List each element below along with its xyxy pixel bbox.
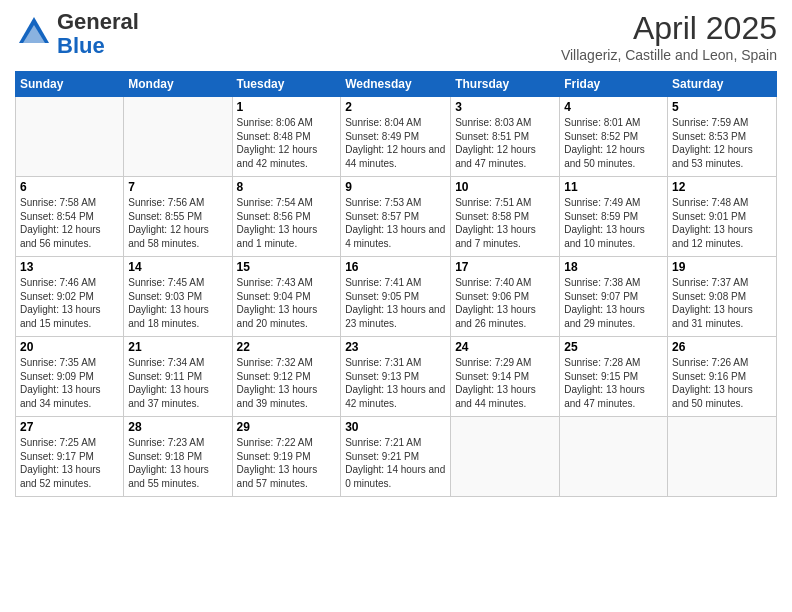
calendar-day-cell: 27Sunrise: 7:25 AM Sunset: 9:17 PM Dayli… <box>16 417 124 497</box>
day-number: 4 <box>564 100 663 114</box>
day-info: Sunrise: 7:35 AM Sunset: 9:09 PM Dayligh… <box>20 356 119 410</box>
calendar-week-row: 13Sunrise: 7:46 AM Sunset: 9:02 PM Dayli… <box>16 257 777 337</box>
day-number: 29 <box>237 420 337 434</box>
calendar-day-cell: 6Sunrise: 7:58 AM Sunset: 8:54 PM Daylig… <box>16 177 124 257</box>
day-of-week-header: Wednesday <box>341 72 451 97</box>
day-number: 13 <box>20 260 119 274</box>
calendar-header-row: SundayMondayTuesdayWednesdayThursdayFrid… <box>16 72 777 97</box>
logo-general-text: General <box>57 9 139 34</box>
day-info: Sunrise: 8:03 AM Sunset: 8:51 PM Dayligh… <box>455 116 555 170</box>
day-info: Sunrise: 7:21 AM Sunset: 9:21 PM Dayligh… <box>345 436 446 490</box>
day-info: Sunrise: 8:06 AM Sunset: 8:48 PM Dayligh… <box>237 116 337 170</box>
day-of-week-header: Saturday <box>668 72 777 97</box>
day-info: Sunrise: 7:23 AM Sunset: 9:18 PM Dayligh… <box>128 436 227 490</box>
day-info: Sunrise: 7:51 AM Sunset: 8:58 PM Dayligh… <box>455 196 555 250</box>
day-number: 19 <box>672 260 772 274</box>
logo-blue-text: Blue <box>57 33 105 58</box>
day-info: Sunrise: 7:43 AM Sunset: 9:04 PM Dayligh… <box>237 276 337 330</box>
day-number: 22 <box>237 340 337 354</box>
calendar-week-row: 1Sunrise: 8:06 AM Sunset: 8:48 PM Daylig… <box>16 97 777 177</box>
day-info: Sunrise: 7:34 AM Sunset: 9:11 PM Dayligh… <box>128 356 227 410</box>
calendar-day-cell: 23Sunrise: 7:31 AM Sunset: 9:13 PM Dayli… <box>341 337 451 417</box>
header: General Blue April 2025 Villageriz, Cast… <box>15 10 777 63</box>
calendar-day-cell: 1Sunrise: 8:06 AM Sunset: 8:48 PM Daylig… <box>232 97 341 177</box>
day-number: 28 <box>128 420 227 434</box>
day-info: Sunrise: 8:01 AM Sunset: 8:52 PM Dayligh… <box>564 116 663 170</box>
day-number: 10 <box>455 180 555 194</box>
calendar-day-cell: 10Sunrise: 7:51 AM Sunset: 8:58 PM Dayli… <box>451 177 560 257</box>
day-number: 7 <box>128 180 227 194</box>
day-info: Sunrise: 7:46 AM Sunset: 9:02 PM Dayligh… <box>20 276 119 330</box>
day-info: Sunrise: 7:31 AM Sunset: 9:13 PM Dayligh… <box>345 356 446 410</box>
day-of-week-header: Monday <box>124 72 232 97</box>
day-number: 27 <box>20 420 119 434</box>
day-info: Sunrise: 7:59 AM Sunset: 8:53 PM Dayligh… <box>672 116 772 170</box>
day-number: 21 <box>128 340 227 354</box>
day-number: 11 <box>564 180 663 194</box>
calendar-day-cell: 16Sunrise: 7:41 AM Sunset: 9:05 PM Dayli… <box>341 257 451 337</box>
day-number: 3 <box>455 100 555 114</box>
day-number: 1 <box>237 100 337 114</box>
day-info: Sunrise: 7:53 AM Sunset: 8:57 PM Dayligh… <box>345 196 446 250</box>
calendar-day-cell: 18Sunrise: 7:38 AM Sunset: 9:07 PM Dayli… <box>560 257 668 337</box>
calendar-day-cell: 21Sunrise: 7:34 AM Sunset: 9:11 PM Dayli… <box>124 337 232 417</box>
day-number: 9 <box>345 180 446 194</box>
day-number: 26 <box>672 340 772 354</box>
day-info: Sunrise: 7:37 AM Sunset: 9:08 PM Dayligh… <box>672 276 772 330</box>
day-number: 23 <box>345 340 446 354</box>
day-number: 15 <box>237 260 337 274</box>
calendar-day-cell <box>16 97 124 177</box>
calendar-day-cell: 13Sunrise: 7:46 AM Sunset: 9:02 PM Dayli… <box>16 257 124 337</box>
day-number: 25 <box>564 340 663 354</box>
day-info: Sunrise: 7:48 AM Sunset: 9:01 PM Dayligh… <box>672 196 772 250</box>
title-block: April 2025 Villageriz, Castille and Leon… <box>561 10 777 63</box>
day-number: 14 <box>128 260 227 274</box>
day-info: Sunrise: 7:40 AM Sunset: 9:06 PM Dayligh… <box>455 276 555 330</box>
calendar-day-cell: 29Sunrise: 7:22 AM Sunset: 9:19 PM Dayli… <box>232 417 341 497</box>
calendar-day-cell <box>560 417 668 497</box>
calendar-week-row: 6Sunrise: 7:58 AM Sunset: 8:54 PM Daylig… <box>16 177 777 257</box>
calendar-day-cell: 19Sunrise: 7:37 AM Sunset: 9:08 PM Dayli… <box>668 257 777 337</box>
page: General Blue April 2025 Villageriz, Cast… <box>0 0 792 612</box>
logo-icon <box>15 13 53 51</box>
calendar-day-cell: 28Sunrise: 7:23 AM Sunset: 9:18 PM Dayli… <box>124 417 232 497</box>
day-info: Sunrise: 7:29 AM Sunset: 9:14 PM Dayligh… <box>455 356 555 410</box>
calendar-week-row: 20Sunrise: 7:35 AM Sunset: 9:09 PM Dayli… <box>16 337 777 417</box>
day-number: 12 <box>672 180 772 194</box>
day-info: Sunrise: 7:22 AM Sunset: 9:19 PM Dayligh… <box>237 436 337 490</box>
calendar-day-cell: 3Sunrise: 8:03 AM Sunset: 8:51 PM Daylig… <box>451 97 560 177</box>
day-number: 18 <box>564 260 663 274</box>
calendar-day-cell: 8Sunrise: 7:54 AM Sunset: 8:56 PM Daylig… <box>232 177 341 257</box>
day-info: Sunrise: 7:28 AM Sunset: 9:15 PM Dayligh… <box>564 356 663 410</box>
day-info: Sunrise: 7:26 AM Sunset: 9:16 PM Dayligh… <box>672 356 772 410</box>
calendar-table: SundayMondayTuesdayWednesdayThursdayFrid… <box>15 71 777 497</box>
calendar-week-row: 27Sunrise: 7:25 AM Sunset: 9:17 PM Dayli… <box>16 417 777 497</box>
calendar-day-cell: 24Sunrise: 7:29 AM Sunset: 9:14 PM Dayli… <box>451 337 560 417</box>
day-info: Sunrise: 7:41 AM Sunset: 9:05 PM Dayligh… <box>345 276 446 330</box>
day-number: 17 <box>455 260 555 274</box>
calendar-day-cell <box>668 417 777 497</box>
day-number: 20 <box>20 340 119 354</box>
calendar-day-cell: 26Sunrise: 7:26 AM Sunset: 9:16 PM Dayli… <box>668 337 777 417</box>
day-number: 5 <box>672 100 772 114</box>
day-number: 2 <box>345 100 446 114</box>
calendar-day-cell: 4Sunrise: 8:01 AM Sunset: 8:52 PM Daylig… <box>560 97 668 177</box>
calendar-day-cell: 30Sunrise: 7:21 AM Sunset: 9:21 PM Dayli… <box>341 417 451 497</box>
day-info: Sunrise: 7:54 AM Sunset: 8:56 PM Dayligh… <box>237 196 337 250</box>
day-info: Sunrise: 7:32 AM Sunset: 9:12 PM Dayligh… <box>237 356 337 410</box>
day-number: 6 <box>20 180 119 194</box>
calendar-day-cell <box>124 97 232 177</box>
calendar-day-cell: 20Sunrise: 7:35 AM Sunset: 9:09 PM Dayli… <box>16 337 124 417</box>
calendar-day-cell <box>451 417 560 497</box>
calendar-day-cell: 17Sunrise: 7:40 AM Sunset: 9:06 PM Dayli… <box>451 257 560 337</box>
day-number: 30 <box>345 420 446 434</box>
day-info: Sunrise: 7:58 AM Sunset: 8:54 PM Dayligh… <box>20 196 119 250</box>
calendar-day-cell: 2Sunrise: 8:04 AM Sunset: 8:49 PM Daylig… <box>341 97 451 177</box>
day-number: 24 <box>455 340 555 354</box>
calendar-day-cell: 12Sunrise: 7:48 AM Sunset: 9:01 PM Dayli… <box>668 177 777 257</box>
month-title: April 2025 <box>561 10 777 47</box>
day-of-week-header: Sunday <box>16 72 124 97</box>
day-info: Sunrise: 7:45 AM Sunset: 9:03 PM Dayligh… <box>128 276 227 330</box>
day-of-week-header: Friday <box>560 72 668 97</box>
location-subtitle: Villageriz, Castille and Leon, Spain <box>561 47 777 63</box>
